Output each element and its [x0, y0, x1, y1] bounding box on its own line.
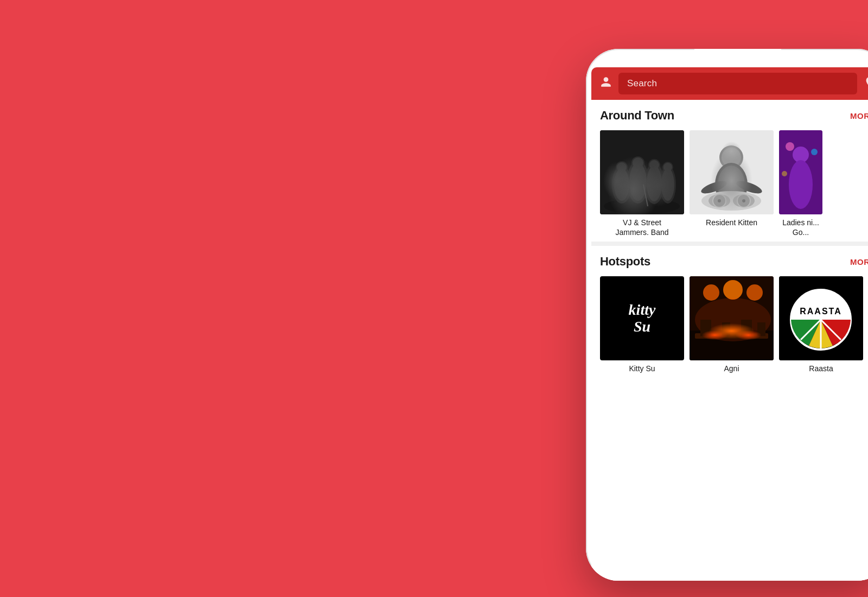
svg-rect-0	[600, 130, 684, 214]
card-ladies-label: Ladies ni...Go...	[779, 214, 822, 237]
svg-point-44	[695, 298, 771, 341]
svg-rect-39	[690, 276, 774, 360]
user-icon[interactable]	[600, 76, 612, 91]
svg-rect-40	[690, 331, 774, 360]
svg-point-5	[631, 156, 644, 169]
svg-point-14	[647, 166, 662, 201]
svg-point-10	[614, 168, 629, 201]
phone-screen: Search Around Town MORE	[591, 67, 868, 581]
hotspots-more[interactable]: MORE	[850, 257, 868, 266]
around-town-header: Around Town MORE	[600, 109, 868, 123]
svg-point-43	[746, 284, 763, 301]
hotspots-cards: kittySu Kitty Su	[600, 276, 868, 373]
svg-text:RAASTA: RAASTA	[800, 307, 841, 316]
around-town-section: Around Town MORE	[591, 100, 868, 242]
svg-point-37	[811, 149, 818, 155]
svg-rect-45	[695, 333, 768, 339]
svg-rect-49	[757, 322, 765, 336]
svg-point-29	[713, 194, 726, 207]
app-content: Around Town MORE	[591, 100, 868, 581]
card-kittysu-label: Kitty Su	[600, 360, 684, 373]
card-ladies-night[interactable]: Ladies ni...Go...	[779, 130, 822, 237]
svg-point-23	[718, 166, 745, 204]
card-vj-label: VJ & StreetJammers. Band	[600, 214, 684, 237]
section-divider-1	[591, 242, 868, 246]
location-icon[interactable]	[864, 76, 868, 91]
svg-point-27	[709, 194, 730, 207]
svg-point-25	[735, 179, 763, 196]
hotspots-title: Hotspots	[600, 255, 650, 269]
phone-mockup: Search Around Town MORE	[586, 49, 868, 581]
artist-vj-image	[600, 130, 684, 214]
card-agni[interactable]: Agni	[690, 276, 774, 373]
raasta-image: RAASTA	[779, 276, 863, 360]
svg-point-41	[703, 284, 719, 301]
around-town-title: Around Town	[600, 109, 674, 123]
svg-point-36	[786, 142, 794, 151]
svg-point-28	[733, 194, 755, 207]
app-header: Search	[591, 67, 868, 100]
artist-kitten-image	[690, 130, 774, 214]
svg-point-35	[789, 160, 813, 209]
svg-point-4	[627, 160, 649, 204]
agni-image	[690, 276, 774, 360]
artist-ladies-image	[779, 130, 822, 214]
svg-point-20	[719, 145, 743, 169]
svg-point-30	[737, 194, 750, 207]
svg-point-42	[723, 280, 743, 300]
hotspots-header: Hotspots MORE	[600, 255, 868, 269]
svg-point-24	[700, 179, 728, 196]
search-input[interactable]: Search	[618, 73, 857, 94]
svg-point-9	[662, 162, 673, 173]
svg-point-26	[701, 191, 761, 211]
svg-point-11	[617, 162, 627, 172]
card-kitten-label: Resident Kitten	[690, 214, 774, 227]
kittysu-image: kittySu	[600, 276, 684, 360]
card-raasta[interactable]: RAASTA Raasta	[779, 276, 863, 373]
svg-rect-47	[722, 322, 730, 336]
svg-point-8	[660, 166, 676, 204]
card-raasta-label: Raasta	[779, 360, 863, 373]
svg-point-12	[629, 163, 647, 201]
svg-point-22	[715, 163, 748, 206]
svg-point-32	[742, 199, 745, 202]
svg-point-15	[649, 160, 659, 170]
around-town-more[interactable]: MORE	[850, 111, 868, 120]
svg-point-3	[616, 161, 628, 173]
svg-point-7	[648, 159, 660, 171]
svg-point-21	[722, 148, 741, 167]
svg-point-16	[661, 168, 674, 201]
svg-rect-46	[700, 320, 711, 336]
hotspots-section: Hotspots MORE kittySu Kitty Su	[591, 246, 868, 378]
svg-point-6	[644, 163, 664, 204]
svg-point-31	[718, 199, 721, 202]
svg-point-38	[782, 171, 787, 176]
card-resident-kitten[interactable]: Resident Kitten	[690, 130, 774, 237]
card-vj-street[interactable]: VJ & StreetJammers. Band	[600, 130, 684, 237]
svg-point-17	[663, 163, 672, 172]
svg-line-18	[643, 185, 648, 206]
phone-notch	[694, 49, 781, 67]
around-town-cards: VJ & StreetJammers. Band	[600, 130, 868, 237]
card-kitty-su[interactable]: kittySu Kitty Su	[600, 276, 684, 373]
card-agni-label: Agni	[690, 360, 774, 373]
svg-point-2	[612, 166, 631, 204]
svg-rect-19	[690, 130, 774, 214]
svg-point-1	[604, 198, 680, 214]
kittysu-text: kittySu	[629, 302, 656, 335]
svg-point-13	[633, 157, 643, 168]
svg-rect-48	[741, 320, 752, 336]
